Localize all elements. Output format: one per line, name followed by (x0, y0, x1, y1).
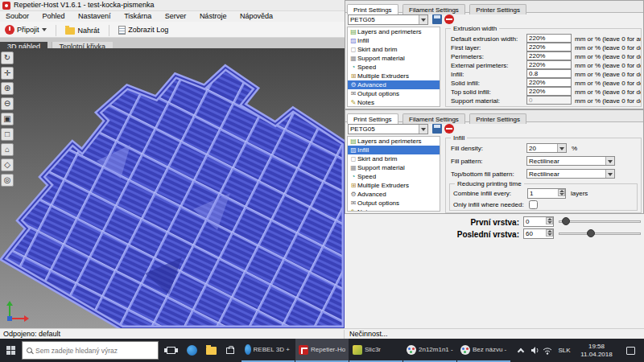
delete-profile-icon[interactable] (444, 14, 454, 24)
move-view-icon[interactable]: ✛ (1, 67, 14, 80)
edge-button[interactable] (182, 339, 201, 362)
taskbar-app-rebel3d[interactable]: REBEL 3D + Odeslat... (242, 339, 295, 362)
tab-filament-settings[interactable]: Filament Settings (402, 113, 465, 124)
task-view-button[interactable] (161, 339, 180, 362)
first-layer-input[interactable] (526, 43, 572, 51)
top-view-icon[interactable]: ⌂ (1, 143, 14, 156)
support-material-width-input[interactable] (526, 96, 572, 105)
delete-profile-icon[interactable] (444, 124, 454, 134)
taskbar-search[interactable] (22, 341, 159, 360)
chevron-down-icon[interactable] (557, 144, 566, 152)
section-skirt-and-brim[interactable]: ◻Skirt and brim (348, 154, 440, 163)
language-indicator[interactable]: SLK (555, 339, 573, 362)
slider-track[interactable] (559, 220, 641, 223)
profile-select[interactable]: PETG05 (348, 124, 428, 134)
tab-filament-settings[interactable]: Filament Settings (402, 4, 465, 14)
spinner-arrows-icon[interactable] (546, 217, 553, 224)
menu-soubor[interactable]: Soubor (0, 11, 35, 22)
volume-button[interactable] (528, 339, 541, 362)
section-advanced[interactable]: ⚙Advanced (348, 190, 440, 199)
menu-napoveda[interactable]: Nápověda (234, 11, 279, 22)
chevron-down-icon[interactable] (419, 125, 427, 134)
spinner-arrows-icon[interactable] (558, 189, 565, 196)
section-multiple-extruders[interactable]: ⊞Multiple Extruders (348, 181, 440, 190)
fit-view-icon[interactable]: ▣ (1, 113, 14, 125)
first-layer-spinner[interactable] (523, 216, 554, 227)
menu-nastaveni[interactable]: Nastavení (72, 11, 117, 22)
slider-thumb[interactable] (562, 217, 570, 225)
solid-infill-input[interactable] (526, 78, 572, 87)
default-extrusion-width-input[interactable] (526, 34, 572, 43)
taskbar-app-paint-1[interactable]: 2n12m1n1 - Malová... (403, 339, 456, 362)
profile-select[interactable]: PETG05 (348, 14, 428, 25)
menu-tiskarna[interactable]: Tiskárna (118, 11, 157, 22)
iso-view-icon[interactable]: ◇ (1, 158, 14, 171)
section-speed[interactable]: ◔Speed (348, 172, 440, 181)
tab-print-settings[interactable]: Print Settings (347, 113, 398, 124)
tray-expand-button[interactable] (515, 339, 526, 362)
store-button[interactable] (221, 339, 240, 362)
taskbar-app-slic3r[interactable]: Slic3r (349, 339, 402, 362)
zoom-in-icon[interactable]: ⊕ (1, 82, 14, 95)
file-explorer-button[interactable] (201, 339, 221, 362)
section-label: Speed (357, 64, 376, 71)
action-center-button[interactable] (621, 339, 639, 362)
section-label: Skirt and brim (357, 155, 397, 162)
tab-printer-settings[interactable]: Printer Settings (469, 4, 526, 14)
last-layer-spinner[interactable] (523, 228, 554, 239)
section-support-material[interactable]: ▦Support material (348, 163, 440, 172)
first-layer-slider[interactable] (559, 216, 641, 227)
load-button[interactable]: Nahrát (60, 23, 104, 39)
section-output-options[interactable]: ✉Output options (348, 199, 440, 208)
chevron-down-icon[interactable] (42, 28, 47, 31)
last-layer-slider[interactable] (559, 228, 641, 239)
section-layers-and-perimeters[interactable]: ▤Layers and perimeters (348, 27, 440, 36)
section-notes[interactable]: ✎Notes (348, 208, 440, 212)
top-bottom-fill-pattern-select[interactable]: Rectilinear (526, 169, 615, 179)
external-perimeters-input[interactable] (526, 60, 572, 69)
save-profile-icon[interactable] (432, 14, 442, 24)
section-skirt-and-brim[interactable]: ◻Skirt and brim (348, 45, 440, 54)
connect-button[interactable]: Připojit (0, 22, 52, 37)
section-support-material[interactable]: ▦Support material (348, 54, 440, 63)
section-speed[interactable]: ◔Speed (348, 63, 440, 72)
zoom-out-icon[interactable]: ⊖ (1, 97, 14, 110)
only-infill-where-needed-checkbox[interactable] (529, 200, 538, 209)
section-layers-and-perimeters[interactable]: ▤Layers and perimeters (348, 137, 440, 146)
section-infill[interactable]: ▨Infill (348, 146, 440, 154)
center-view-icon[interactable]: ◎ (1, 174, 14, 187)
tab-print-settings[interactable]: Print Settings (347, 4, 398, 14)
section-advanced[interactable]: ⚙Advanced (348, 80, 440, 89)
section-multiple-extruders[interactable]: ⊞Multiple Extruders (348, 72, 440, 80)
menu-server[interactable]: Server (159, 11, 192, 22)
clock[interactable]: 19:58 11.04.2018 (575, 339, 618, 362)
rotate-view-icon[interactable]: ↻ (1, 51, 14, 64)
fill-density-select[interactable]: 20 (526, 143, 567, 153)
slider-track[interactable] (559, 232, 641, 235)
fill-pattern-select[interactable]: Rectilinear (526, 156, 615, 166)
top-solid-infill-input[interactable] (526, 87, 572, 96)
save-profile-icon[interactable] (432, 124, 442, 134)
chevron-down-icon[interactable] (605, 157, 614, 165)
start-button[interactable] (0, 339, 21, 362)
network-button[interactable] (541, 339, 554, 362)
show-log-button[interactable]: Zobrazit Log (114, 23, 173, 38)
chevron-down-icon[interactable] (419, 15, 427, 24)
chevron-down-icon[interactable] (605, 170, 614, 178)
section-output-options[interactable]: ✉Output options (348, 89, 440, 98)
section-notes[interactable]: ✎Notes (348, 98, 440, 107)
taskbar-app-repetier[interactable]: Repetier-Host V1.6... (295, 339, 349, 362)
menu-nastroje[interactable]: Nástroje (194, 11, 233, 22)
tab-printer-settings[interactable]: Printer Settings (469, 113, 526, 124)
infill-width-input[interactable] (526, 69, 572, 78)
taskbar-app-paint-2[interactable]: Bez názvu - Malová... (457, 339, 510, 362)
combine-infill-spinner[interactable] (527, 188, 566, 199)
spinner-arrows-icon[interactable] (546, 229, 553, 237)
menu-pohled[interactable]: Pohled (37, 11, 71, 22)
search-input[interactable] (35, 347, 148, 355)
3d-viewport[interactable]: ↻ ✛ ⊕ ⊖ ▣ □ ⌂ ◇ ◎ (0, 48, 345, 328)
perimeters-input[interactable] (526, 51, 572, 60)
slider-thumb[interactable] (587, 229, 595, 237)
front-view-icon[interactable]: □ (1, 128, 14, 141)
section-infill[interactable]: ▨Infill (348, 36, 440, 45)
